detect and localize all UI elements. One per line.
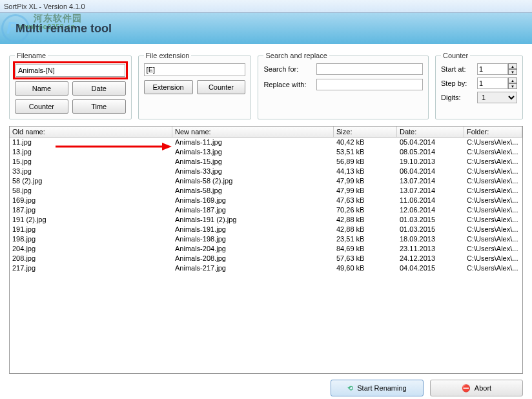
digits-select[interactable]: 1 (477, 92, 517, 103)
abort-button[interactable]: ⛔ Abort (430, 380, 523, 396)
rename-icon: ⟲ (347, 384, 353, 393)
table-row[interactable]: 187.jpgAnimals-187.jpg70,26 kB12.06.2014… (10, 205, 522, 215)
table-row[interactable]: 11.jpgAnimals-11.jpg40,42 kB05.04.2014C:… (10, 138, 522, 147)
replacewith-input[interactable] (316, 79, 423, 90)
ext-counter-button[interactable]: Counter (197, 80, 246, 94)
startat-down-button[interactable]: ▼ (508, 69, 517, 75)
search-legend: Search and replace (263, 52, 329, 59)
table-row[interactable]: 191 (2).jpgAnimals-191 (2).jpg42,88 kB01… (10, 215, 522, 225)
table-row[interactable]: 58 (2).jpgAnimals-58 (2).jpg47,99 kB13.0… (10, 176, 522, 186)
startat-label: Start at: (441, 65, 473, 73)
replacewith-label: Replace with: (263, 81, 312, 88)
filename-legend: Filename (15, 52, 48, 59)
table-row[interactable]: 13.jpgAnimals-13.jpg53,51 kB08.05.2014C:… (10, 147, 522, 157)
date-button[interactable]: Date (72, 81, 126, 96)
extension-legend: File extension (144, 52, 192, 59)
table-row[interactable]: 58.jpgAnimals-58.jpg47,99 kB13.07.2014C:… (10, 186, 522, 196)
search-replace-group: Search and replace Search for: Replace w… (258, 52, 429, 119)
col-date[interactable]: Date: (397, 127, 464, 137)
counter-button[interactable]: Counter (15, 99, 68, 114)
table-row[interactable]: 208.jpgAnimals-208.jpg57,63 kB24.12.2013… (10, 254, 522, 263)
stepby-down-button[interactable]: ▼ (508, 83, 517, 89)
stepby-input[interactable] (477, 77, 508, 89)
startat-input[interactable] (477, 63, 508, 75)
table-body[interactable]: 11.jpgAnimals-11.jpg40,42 kB05.04.2014C:… (10, 138, 522, 373)
filename-input[interactable] (15, 64, 125, 77)
page-title: Multi rename tool (15, 22, 112, 36)
table-row[interactable]: 198.jpgAnimals-198.jpg23,51 kB18.09.2013… (10, 234, 522, 244)
table-row[interactable]: 204.jpgAnimals-204.jpg84,69 kB23.11.2013… (10, 244, 522, 254)
col-newname[interactable]: New name: (172, 127, 334, 137)
table-row[interactable]: 33.jpgAnimals-33.jpg44,13 kB06.04.2014C:… (10, 167, 522, 176)
extension-group: File extension Extension Counter (138, 52, 252, 119)
time-button[interactable]: Time (72, 99, 126, 114)
searchfor-input[interactable] (316, 63, 423, 75)
name-button[interactable]: Name (15, 81, 68, 96)
table-row[interactable]: 169.jpgAnimals-169.jpg47,63 kB11.06.2014… (10, 196, 522, 205)
ribbon-header: P 河东软件园 www.pc0359.cn Multi rename tool (0, 13, 532, 44)
counter-legend: Counter (441, 52, 470, 59)
stepby-up-button[interactable]: ▲ (508, 77, 517, 83)
col-folder[interactable]: Folder: (464, 127, 522, 137)
filename-group: Filename Name Date Counter Time (9, 52, 132, 119)
extension-input[interactable] (144, 63, 246, 76)
table-row[interactable]: 15.jpgAnimals-15.jpg56,89 kB19.10.2013C:… (10, 157, 522, 167)
stepby-label: Step by: (441, 79, 473, 87)
file-table: Old name: New name: Size: Date: Folder: … (9, 126, 523, 374)
col-oldname[interactable]: Old name: (10, 127, 172, 137)
counter-group: Counter Start at: ▲▼ Step by: ▲▼ Digits:… (435, 52, 523, 119)
searchfor-label: Search for: (263, 65, 312, 73)
digits-label: Digits: (441, 94, 473, 101)
start-renaming-button[interactable]: ⟲ Start Renaming (331, 380, 424, 396)
extension-button[interactable]: Extension (144, 80, 193, 94)
window-title: SortPix XL - Version 4.1.0 (0, 0, 532, 13)
highlight-annotation (13, 61, 128, 79)
table-row[interactable]: 191.jpgAnimals-191.jpg42,88 kB01.03.2015… (10, 225, 522, 234)
col-size[interactable]: Size: (334, 127, 397, 137)
table-row[interactable]: 217.jpgAnimals-217.jpg49,60 kB04.04.2015… (10, 263, 522, 273)
abort-icon: ⛔ (462, 384, 471, 393)
startat-up-button[interactable]: ▲ (508, 63, 517, 69)
